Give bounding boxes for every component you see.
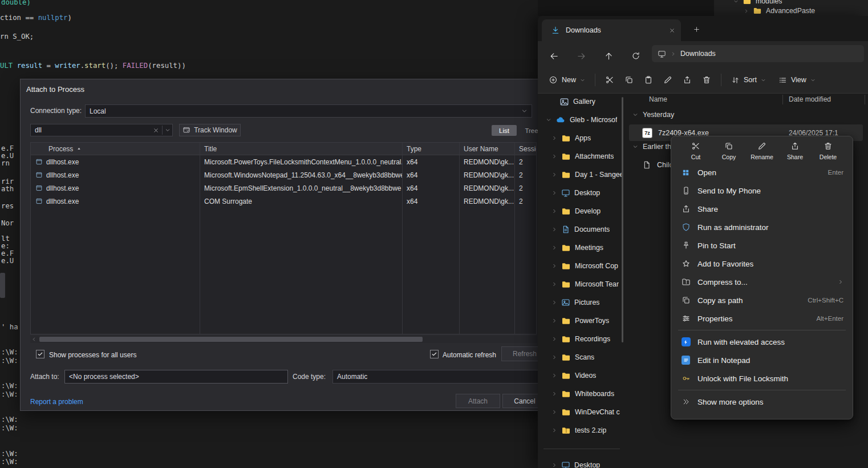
sidebar-item-pictures[interactable]: Pictures	[538, 293, 624, 312]
download-icon	[551, 26, 560, 35]
paste-button[interactable]	[639, 72, 658, 88]
menu-item-share[interactable]: Share	[674, 200, 850, 218]
sidebar-item-desktop[interactable]: Desktop	[538, 184, 624, 202]
rename-button[interactable]	[658, 72, 678, 88]
sidebar-item-documents[interactable]: Documents	[538, 220, 624, 239]
sidebar-item-microsoft-tear[interactable]: Microsoft Tear	[538, 275, 624, 293]
sidebar-item-whiteboards[interactable]: Whiteboards	[538, 385, 624, 403]
refresh-button[interactable]	[626, 46, 646, 66]
process-row[interactable]: dllhost.exe Microsoft.WindowsNotepad_11.…	[31, 168, 536, 181]
sidebar-item-meetings[interactable]: Meetings	[538, 239, 624, 257]
sidebar-item-tests2zip[interactable]: tests 2.zip	[538, 421, 624, 439]
group-header-yesterday[interactable]: Yesterday	[632, 111, 674, 119]
view-button[interactable]: View	[773, 72, 821, 88]
process-row[interactable]: dllhost.exe Microsoft.PowerToys.FileLock…	[31, 155, 536, 168]
share-icon	[683, 75, 692, 84]
forward-button[interactable]	[571, 46, 591, 66]
process-row[interactable]: dllhost.exe COM Surrogate x64 REDMOND\gk…	[31, 195, 536, 208]
column-header-date-modified[interactable]: Date modified	[789, 95, 831, 103]
chevron-down-icon[interactable]	[165, 127, 171, 133]
editor-scrollbar[interactable]	[0, 273, 5, 298]
table-horizontal-scrollbar[interactable]	[30, 336, 537, 343]
view-list-toggle[interactable]: List	[492, 125, 517, 136]
address-bar[interactable]: Downloads	[652, 45, 864, 62]
file-row-childl[interactable]: Childl	[642, 157, 675, 173]
scrollbar-thumb[interactable]	[39, 337, 423, 342]
process-row[interactable]: dllhost.exe Microsoft.EpmShellExtension_…	[31, 181, 536, 195]
cut-button[interactable]: Cut	[683, 142, 709, 160]
column-header-name[interactable]: Name	[649, 95, 667, 103]
column-header-process[interactable]: Process	[31, 145, 200, 153]
context-menu: Cut Copy Rename Share Delete OpenEnter	[671, 136, 853, 419]
up-button[interactable]	[599, 46, 618, 66]
sidebar-item-powertoys[interactable]: PowerToys	[538, 312, 624, 330]
column-header-title[interactable]: Title	[200, 145, 402, 153]
sidebar-item-label: Microsoft Cop	[575, 262, 618, 270]
copy-button[interactable]: Copy	[716, 142, 742, 160]
chevron-down-icon	[521, 108, 528, 114]
sidebar-item-desktop-pinned[interactable]: Desktop	[538, 456, 624, 468]
auto-refresh-checkbox[interactable]	[430, 350, 439, 358]
sidebar-item-attachments[interactable]: Attachments	[538, 147, 624, 166]
menu-item-edit-in-notepad[interactable]: Edit in Notepad	[674, 351, 850, 369]
code-fragment: e.U	[1, 257, 14, 265]
delete-button[interactable]	[697, 72, 716, 88]
sort-button[interactable]: Sort	[726, 72, 771, 88]
tree-item-advancedpaste[interactable]: AdvancedPaste	[744, 5, 815, 16]
cut-button[interactable]	[600, 72, 619, 88]
sidebar-item-label: Pictures	[574, 298, 599, 306]
sidebar-item-label: Videos	[575, 372, 596, 380]
sidebar-item-gallery[interactable]: Gallery	[538, 92, 624, 111]
close-tab-icon[interactable]	[669, 27, 675, 34]
new-tab-button[interactable]	[688, 23, 704, 35]
menu-item-run-as-administrator[interactable]: Run as administrator	[674, 218, 850, 236]
share-button[interactable]	[678, 72, 697, 88]
attach-to-field[interactable]: <No process selected>	[64, 370, 288, 384]
process-filter-input[interactable]: dll	[30, 124, 173, 136]
menu-item-open[interactable]: OpenEnter	[674, 163, 850, 181]
column-divider[interactable]	[782, 95, 783, 104]
sidebar-item-microsoft-cop[interactable]: Microsoft Cop	[538, 257, 624, 275]
menu-item-show-more-options[interactable]: Show more options	[674, 393, 850, 411]
context-menu-icon-row: Cut Copy Rename Share Delete	[671, 136, 853, 163]
7zip-file-icon: 7z	[642, 128, 652, 138]
report-a-problem-link[interactable]: Report a problem	[30, 398, 83, 406]
clear-filter-icon[interactable]	[153, 127, 159, 134]
menu-item-copy-as-path[interactable]: Copy as pathCtrl+Shift+C	[674, 291, 850, 309]
menu-item-pin-to-start[interactable]: Pin to Start	[674, 236, 850, 255]
track-window-button[interactable]: Track Window	[179, 124, 241, 136]
sidebar-item-recordings[interactable]: Recordings	[538, 330, 624, 348]
sidebar-scrollbar[interactable]	[622, 97, 623, 342]
sidebar-item-develop[interactable]: Develop	[538, 202, 624, 220]
menu-item-properties[interactable]: PropertiesAlt+Enter	[674, 309, 850, 328]
show-all-users-checkbox[interactable]	[36, 350, 44, 358]
share-button[interactable]: Share	[782, 142, 808, 160]
menu-item-run-with-elevated-access[interactable]: Run with elevated access	[674, 333, 850, 351]
sidebar-item-day1[interactable]: Day 1 - Sangee	[538, 166, 624, 184]
rename-button[interactable]: Rename	[749, 142, 775, 160]
column-header-type[interactable]: Type	[402, 145, 459, 153]
menu-item-add-to-favorites[interactable]: Add to Favorites	[674, 255, 850, 273]
menu-item-unlock-with-file-locksmith[interactable]: Unlock with File Locksmith	[674, 369, 850, 388]
back-button[interactable]	[544, 46, 563, 66]
attach-button[interactable]: Attach	[456, 394, 500, 408]
tab-downloads[interactable]: Downloads	[542, 19, 681, 41]
scroll-left-icon[interactable]	[31, 337, 36, 342]
new-button[interactable]: New	[543, 72, 590, 88]
sidebar-item-onedrive[interactable]: Gleb - Microsof	[538, 111, 624, 129]
tool-label: Rename	[751, 154, 773, 160]
star-icon	[681, 259, 691, 269]
sidebar-item-scans[interactable]: Scans	[538, 348, 624, 366]
sidebar-item-videos[interactable]: Videos	[538, 366, 624, 385]
code-type-field[interactable]: Automatic	[332, 370, 546, 384]
menu-item-send-to-my-phone[interactable]: Send to My Phone	[674, 181, 850, 200]
column-divider[interactable]	[865, 95, 865, 104]
menu-item-compress-to[interactable]: Compress to...	[674, 273, 850, 291]
copy-button[interactable]	[619, 72, 639, 88]
column-header-session[interactable]: Session	[514, 145, 536, 153]
connection-type-dropdown[interactable]: Local	[85, 104, 532, 118]
column-header-user[interactable]: User Name	[459, 145, 514, 153]
delete-button[interactable]: Delete	[815, 142, 841, 160]
sidebar-item-apps[interactable]: Apps	[538, 129, 624, 147]
sidebar-item-windevchat[interactable]: WinDevChat c	[538, 403, 624, 421]
